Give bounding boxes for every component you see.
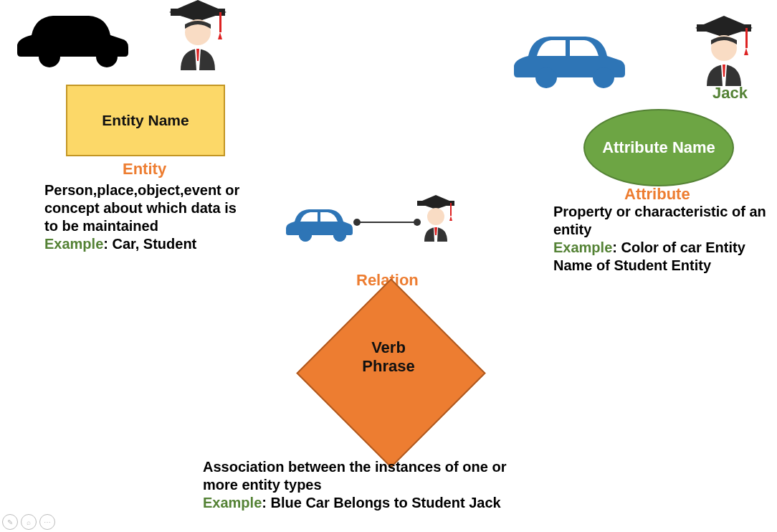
svg-point-0	[39, 47, 59, 67]
more-icon[interactable]: ⋯	[39, 514, 55, 530]
student-small-icon	[416, 195, 456, 242]
car-black-icon	[10, 3, 132, 75]
attribute-heading: Attribute	[624, 185, 690, 204]
jack-label: Jack	[712, 84, 748, 103]
svg-point-10	[333, 229, 346, 242]
relation-connector	[351, 215, 423, 229]
relation-desc: Association between the instances of one…	[203, 458, 533, 512]
svg-marker-18	[449, 216, 452, 221]
svg-point-16	[427, 208, 444, 225]
svg-marker-6	[218, 32, 222, 39]
svg-rect-17	[450, 203, 452, 216]
svg-marker-27	[744, 48, 748, 55]
svg-point-22	[594, 67, 614, 87]
zoom-icon[interactable]: ⌕	[21, 514, 37, 530]
svg-rect-26	[745, 28, 748, 48]
svg-marker-3	[169, 0, 227, 22]
svg-marker-15	[417, 195, 454, 209]
presenter-toolbar: ✎ ⌕ ⋯	[2, 514, 55, 530]
car-blue-icon	[507, 24, 629, 92]
example-label: Example	[553, 239, 612, 255]
svg-point-9	[299, 229, 312, 242]
entity-shape-label: Entity Name	[102, 112, 189, 129]
attribute-desc: Property or characteristic of an entity …	[553, 203, 768, 275]
relation-shape-label: Verb Phrase	[310, 338, 467, 376]
entity-desc: Person,place,object,event or concept abo…	[44, 181, 252, 253]
pen-tool-icon[interactable]: ✎	[2, 514, 18, 530]
student-attribute-icon	[694, 16, 755, 87]
example-label: Example	[44, 236, 103, 252]
car-blue-small-icon	[282, 201, 353, 244]
student-icon	[168, 0, 229, 72]
example-label: Example	[203, 495, 262, 510]
entity-heading: Entity	[123, 160, 166, 179]
svg-point-21	[536, 67, 556, 87]
attribute-shape: Attribute Name	[583, 109, 734, 186]
entity-shape: Entity Name	[66, 85, 225, 156]
attribute-shape-label: Attribute Name	[602, 138, 715, 156]
svg-marker-24	[695, 16, 753, 37]
svg-rect-5	[219, 12, 221, 32]
svg-point-1	[97, 47, 117, 67]
